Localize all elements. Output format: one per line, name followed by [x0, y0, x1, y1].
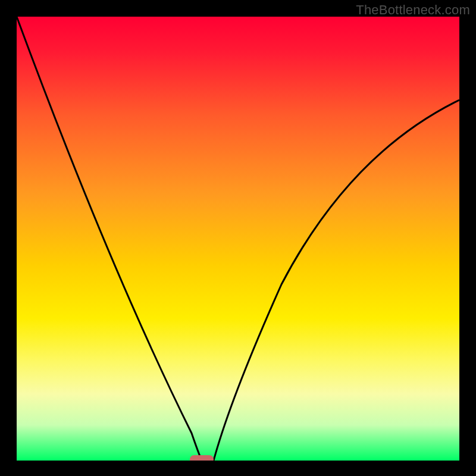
watermark-text: TheBottleneck.com: [356, 2, 470, 18]
chart-frame: TheBottleneck.com: [0, 0, 476, 476]
right-curve: [214, 100, 459, 461]
curves-layer: [17, 17, 459, 461]
bottleneck-marker: [190, 455, 214, 461]
left-curve: [17, 17, 202, 461]
plot-area: [17, 17, 459, 461]
